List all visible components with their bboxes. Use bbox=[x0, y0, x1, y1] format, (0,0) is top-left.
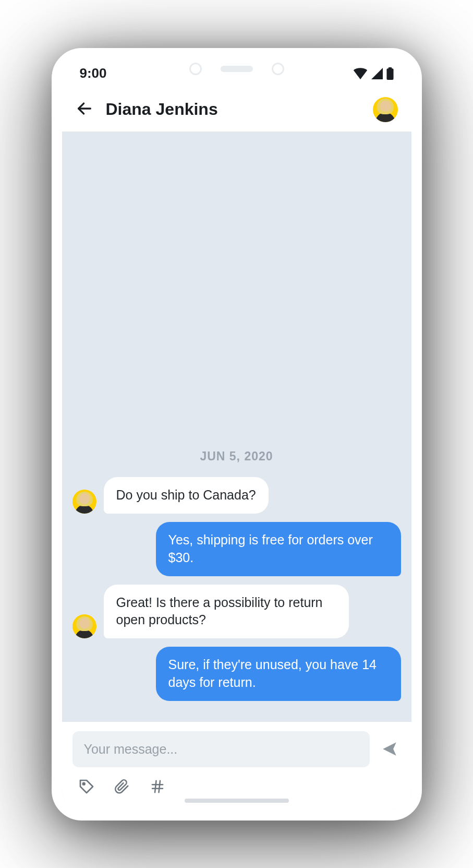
device-notch bbox=[166, 57, 307, 81]
header-avatar[interactable] bbox=[373, 97, 398, 122]
message-row: Yes, shipping is free for orders over $3… bbox=[72, 522, 401, 576]
notch-camera-left bbox=[189, 63, 202, 75]
svg-line-6 bbox=[155, 780, 156, 792]
send-button[interactable] bbox=[378, 738, 401, 760]
send-icon bbox=[381, 740, 398, 758]
tag-button[interactable] bbox=[78, 778, 95, 795]
message-avatar[interactable] bbox=[72, 614, 96, 638]
paperclip-icon bbox=[114, 778, 130, 795]
message-composer bbox=[62, 722, 411, 810]
chat-spacer bbox=[72, 132, 401, 439]
message-bubble-incoming[interactable]: Great! Is there a possibility to return … bbox=[104, 585, 349, 639]
chat-title: Diana Jenkins bbox=[106, 100, 360, 119]
status-icons bbox=[353, 67, 394, 80]
status-time: 9:00 bbox=[80, 65, 107, 81]
message-avatar[interactable] bbox=[72, 490, 96, 514]
phone-screen: 9:00 Diana Jenkins JUN 5, 2020 Do you sh… bbox=[52, 48, 422, 821]
home-indicator[interactable] bbox=[185, 799, 289, 803]
svg-rect-1 bbox=[388, 67, 392, 69]
message-row: Great! Is there a possibility to return … bbox=[72, 585, 401, 639]
composer-toolbar bbox=[72, 767, 401, 795]
back-button[interactable] bbox=[76, 100, 93, 120]
battery-icon bbox=[386, 67, 394, 80]
message-row: Sure, if they're unused, you have 14 day… bbox=[72, 647, 401, 701]
svg-rect-0 bbox=[386, 68, 393, 80]
notch-speaker bbox=[221, 66, 253, 72]
phone-frame: 9:00 Diana Jenkins JUN 5, 2020 Do you sh… bbox=[52, 48, 422, 821]
hash-icon bbox=[150, 779, 165, 794]
svg-point-3 bbox=[82, 782, 84, 784]
date-separator: JUN 5, 2020 bbox=[72, 449, 401, 463]
arrow-left-icon bbox=[76, 100, 93, 117]
message-input[interactable] bbox=[72, 731, 370, 767]
message-bubble-incoming[interactable]: Do you ship to Canada? bbox=[104, 477, 269, 514]
cellular-icon bbox=[371, 68, 383, 79]
notch-camera-right bbox=[272, 63, 284, 75]
message-bubble-outgoing[interactable]: Sure, if they're unused, you have 14 day… bbox=[156, 647, 401, 701]
svg-line-7 bbox=[159, 780, 160, 792]
message-row: Do you ship to Canada? bbox=[72, 477, 401, 514]
attachment-button[interactable] bbox=[113, 778, 131, 795]
wifi-icon bbox=[353, 68, 368, 79]
tag-icon bbox=[78, 778, 95, 795]
chat-scroll-area[interactable]: JUN 5, 2020 Do you ship to Canada? Yes, … bbox=[62, 132, 411, 722]
chat-header: Diana Jenkins bbox=[62, 89, 411, 132]
message-bubble-outgoing[interactable]: Yes, shipping is free for orders over $3… bbox=[156, 522, 401, 576]
hashtag-button[interactable] bbox=[149, 778, 166, 795]
